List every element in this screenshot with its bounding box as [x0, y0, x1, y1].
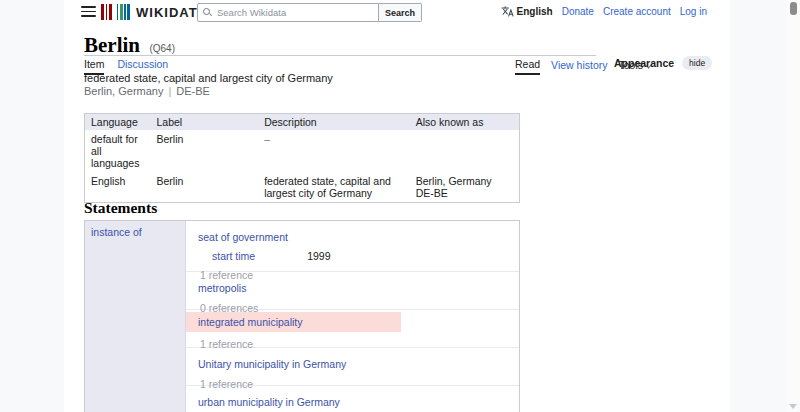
- title-divider: [84, 55, 596, 56]
- entity-description: federated state, capital and largest cit…: [84, 72, 333, 84]
- statements-heading: Statements: [84, 199, 157, 217]
- vertical-scrollbar[interactable]: [787, 0, 800, 412]
- cell-aka: Berlin, Germany DE-BE: [410, 172, 520, 203]
- statement-group-instance-of: instance of seat of government start tim…: [84, 220, 520, 412]
- col-description: Description: [258, 114, 410, 131]
- entity-aliases-line: Berlin, Germany|DE-BE: [84, 85, 210, 97]
- statement-value-row: integrated municipality: [186, 312, 401, 332]
- appearance-title: Appearance: [614, 57, 674, 69]
- col-also-known-as: Also known as: [410, 114, 520, 131]
- statement-property-cell: instance of: [85, 221, 186, 412]
- aka-line: Berlin, Germany: [416, 175, 513, 187]
- wikidata-logo[interactable]: WIKIDATA: [101, 4, 207, 20]
- cell-language: English: [85, 172, 151, 203]
- log-in-link[interactable]: Log in: [680, 6, 707, 17]
- entity-alias-code: DE-BE: [176, 85, 210, 97]
- page-title: Berlin: [84, 33, 140, 57]
- cell-label: Berlin: [150, 130, 258, 172]
- cell-language: default for all languages: [85, 130, 151, 172]
- entity-id: (Q64): [149, 43, 175, 54]
- tab-read[interactable]: Read: [515, 58, 540, 75]
- property-link-instance-of[interactable]: instance of: [91, 226, 142, 238]
- value-link[interactable]: urban municipality in Germany: [198, 396, 340, 408]
- value-link[interactable]: integrated municipality: [198, 316, 302, 328]
- statement-block: seat of government start time 1999 1 ref…: [186, 221, 519, 271]
- value-link[interactable]: seat of government: [198, 231, 288, 243]
- search-icon: [203, 8, 212, 17]
- value-link[interactable]: Unitary municipality in Germany: [198, 358, 346, 370]
- tab-view-history[interactable]: View history: [551, 59, 607, 74]
- appearance-panel: Appearance hide: [614, 56, 712, 70]
- scrollbar-down-arrow-icon[interactable]: [789, 404, 797, 409]
- search-bar: Search: [197, 3, 422, 22]
- col-label: Label: [150, 114, 258, 131]
- search-input-box[interactable]: [197, 3, 379, 22]
- donate-link[interactable]: Donate: [562, 6, 594, 17]
- wikidata-barcode-icon: [101, 4, 130, 20]
- statement-values: seat of government start time 1999 1 ref…: [186, 221, 519, 412]
- create-account-link[interactable]: Create account: [603, 6, 671, 17]
- appearance-hide-button[interactable]: hide: [682, 56, 712, 70]
- entity-aliases: Berlin, Germany: [84, 85, 163, 97]
- search-button[interactable]: Search: [379, 3, 422, 22]
- table-row: default for all languages Berlin –: [85, 130, 520, 172]
- cell-description: –: [258, 130, 410, 172]
- terms-header-row: Language Label Description Also known as: [85, 114, 520, 131]
- cell-description: federated state, capital and largest cit…: [258, 172, 410, 203]
- col-language: Language: [85, 114, 151, 131]
- terms-table: Language Label Description Also known as…: [84, 113, 520, 203]
- alias-separator: |: [168, 85, 171, 97]
- qualifier-property-link[interactable]: start time: [212, 250, 255, 262]
- language-icon: [501, 6, 514, 17]
- header-user-links: English Donate Create account Log in: [501, 6, 707, 17]
- table-row: English Berlin federated state, capital …: [85, 172, 520, 203]
- scrollbar-thumb[interactable]: [790, 2, 797, 15]
- qualifier-row: start time 1999: [212, 250, 519, 262]
- cell-aka: [410, 130, 520, 172]
- qualifier-value: 1999: [307, 250, 330, 262]
- statement-value-row: Unitary municipality in Germany: [186, 348, 519, 372]
- statement-block: Unitary municipality in Germany 1 refere…: [186, 347, 519, 385]
- search-input[interactable]: [217, 7, 373, 18]
- language-label: English: [517, 6, 553, 17]
- language-selector[interactable]: English: [501, 6, 553, 17]
- content-sheet: WIKIDATA Search English Donate Create ac…: [64, 0, 730, 412]
- aka-line: DE-BE: [416, 187, 513, 199]
- statement-block: integrated municipality 1 reference: [186, 309, 519, 347]
- main-menu-hamburger-icon[interactable]: [81, 6, 96, 18]
- cell-label: Berlin: [150, 172, 258, 203]
- value-link[interactable]: metropolis: [198, 282, 246, 294]
- statement-value-row: seat of government: [186, 221, 519, 245]
